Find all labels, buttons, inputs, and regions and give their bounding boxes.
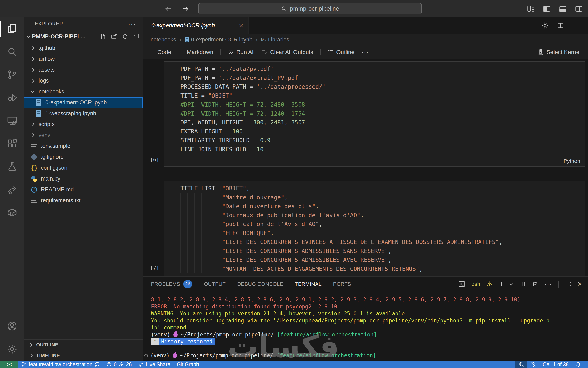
new-file-icon[interactable] [100,34,106,40]
chevron-down-icon [31,89,35,93]
tab-notebook[interactable]: 0-experiment-OCR.ipynb × [143,17,249,34]
tree-item-.github[interactable]: .github [24,43,143,54]
project-section-header[interactable]: PMMP-OCR-PIPEL... [24,30,143,43]
activitybar-container[interactable] [0,201,24,224]
extensions-icon [7,138,18,149]
toggle-sidebar-icon[interactable] [543,5,551,13]
tree-item-.env.sample[interactable]: .env.sample [24,141,143,152]
close-tab-icon[interactable]: × [239,22,243,30]
status-cell-position[interactable]: Cell 1 of 38 [540,361,572,368]
status-problems-summary[interactable]: 026 [103,361,135,368]
panel-tab-problems[interactable]: PROBLEMS26 [151,277,192,291]
cell-language-label[interactable]: Python [564,158,580,164]
toolbar-clear-all-outputs-button[interactable]: Clear All Outputs [262,49,313,55]
activitybar-account[interactable] [0,315,24,338]
tree-item-label: logs [39,78,49,84]
tree-item-README.md[interactable]: iREADME.md [24,184,143,195]
close-panel-icon[interactable]: × [578,280,582,288]
toolbar-more-button[interactable]: ··· [362,49,369,56]
activitybar-testing[interactable] [0,155,24,178]
tab-label: 0-experiment-OCR.ipynb [151,22,215,29]
cell-code[interactable]: TITLE_LIST=["OBJET", "Maitre d'ouvrage",… [164,181,585,273]
panel-tab-debug-console[interactable]: DEBUG CONSOLE [237,277,283,291]
git-file-icon [31,155,37,160]
collapse-all-icon[interactable] [133,34,139,40]
toggle-secondary-sidebar-icon[interactable] [575,5,583,13]
tree-item-1-webscraping.ipynb[interactable]: 1-webscraping.ipynb [24,108,143,119]
activitybar-extensions[interactable] [0,132,24,155]
nav-back-icon[interactable] [164,5,172,13]
tree-item-logs[interactable]: logs [24,75,143,86]
tree-item-venv[interactable]: venv [24,130,143,141]
activitybar-remote-explorer[interactable] [0,109,24,132]
tree-item-config.json[interactable]: {}config.json [24,162,143,173]
shell-name[interactable]: zsh [472,281,480,287]
activitybar-run-debug[interactable] [0,86,24,109]
editor-more-icon[interactable]: ··· [572,22,581,30]
account-icon [7,321,18,331]
customize-layout-icon[interactable] [527,5,535,13]
kill-terminal-icon[interactable] [532,281,538,287]
titlebar: pmmp-ocr-pipeline [0,0,588,17]
tree-item-main.py[interactable]: main.py [24,173,143,184]
breadcrumb: notebooks›0-experiment-OCR.ipynb›M↓Libra… [143,34,588,46]
tree-item-scripts[interactable]: scripts [24,119,143,130]
command-decoration-icon[interactable] [144,354,148,357]
status-zoom-indicator[interactable] [515,361,527,368]
nav-forward-icon[interactable] [181,5,190,13]
terminal-line: WARNING: You are using pip version 21.2.… [151,310,588,317]
activitybar-search[interactable] [0,40,24,63]
maximize-panel-icon[interactable] [565,281,571,287]
breadcrumb-item-0-experiment-OCR.ipynb[interactable]: 0-experiment-OCR.ipynb [185,37,253,43]
notebook-cell-1[interactable]: [6]PDF_PATH = '../data/pv.pdf'PDF_PATH =… [164,61,585,167]
shell-warning-icon[interactable] [486,281,493,287]
status-git-graph[interactable]: Git Graph [173,361,202,368]
terminal-output[interactable]: 8.1, 2.8.2, 2.8.3, 2.8.4, 2.8.5, 2.8.6, … [143,291,588,361]
tree-item-label: assets [39,67,54,73]
command-center-search[interactable]: pmmp-ocr-pipeline [198,3,422,14]
tree-item-0-experiment-OCR.ipynb[interactable]: 0-experiment-OCR.ipynb [24,97,143,108]
tree-item-notebooks[interactable]: notebooks [24,86,143,97]
tree-item-requirements.txt[interactable]: requirements.txt [24,195,143,206]
remote-indicator[interactable]: >< [0,361,18,368]
activitybar-files[interactable] [0,17,24,40]
status-git-branch[interactable]: feature/airflow-orchestration [18,361,103,368]
project-name: PMMP-OCR-PIPEL... [32,34,85,40]
tree-item-label: .env.sample [41,143,70,149]
activitybar-live-share[interactable] [0,178,24,201]
tree-item-airflow[interactable]: airflow [24,54,143,64]
explorer-more-icon[interactable]: ··· [128,20,136,28]
toggle-panel-icon[interactable] [559,5,567,13]
toolbar-run-all-button[interactable]: Run All [228,49,254,55]
sidebar-section-timeline[interactable]: TIMELINE [24,350,143,361]
toolbar-code-button[interactable]: Code [149,49,171,55]
tree-item-assets[interactable]: assets [24,64,143,75]
panel-tab-output[interactable]: OUTPUT [204,277,226,291]
new-terminal-icon[interactable]: + [499,279,504,289]
panel-tab-terminal[interactable]: TERMINAL [295,277,322,291]
terminal-dropdown-icon[interactable] [509,282,513,285]
cell-code[interactable]: PDF_PATH = '../data/pv.pdf'PDF_PATH = '.… [164,62,585,154]
breadcrumb-item-notebooks[interactable]: notebooks [151,37,176,43]
tree-item-label: config.json [41,165,67,171]
notebook-cell-2[interactable]: [7]TITLE_LIST=["OBJET", "Maitre d'ouvrag… [164,181,585,276]
activitybar-source-control[interactable] [0,63,24,86]
activitybar-gear[interactable] [0,338,24,361]
breadcrumb-item-Libraries[interactable]: M↓Libraries [261,37,289,43]
refresh-icon[interactable] [122,34,128,40]
editor-settings-gear-icon[interactable] [541,22,549,29]
toolbar-outline-button[interactable]: Outline [328,49,354,55]
new-folder-icon[interactable] [111,34,117,40]
select-kernel-button[interactable]: Select Kernel [537,49,581,55]
split-terminal-icon[interactable] [519,281,525,287]
status-live-share[interactable]: Live Share [135,361,174,368]
toolbar-markdown-button[interactable]: Markdown [178,49,213,55]
panel-tab-ports[interactable]: PORTS [333,277,351,291]
panel-more-icon[interactable]: ··· [544,280,552,288]
status-notifications[interactable] [572,361,584,368]
execution-count: [7] [146,265,163,271]
status-do-not-disturb[interactable] [527,361,540,368]
tree-item-.gitignore[interactable]: .gitignore [24,152,143,162]
sidebar-section-outline[interactable]: OUTLINE [24,339,143,350]
split-editor-icon[interactable] [557,22,564,29]
